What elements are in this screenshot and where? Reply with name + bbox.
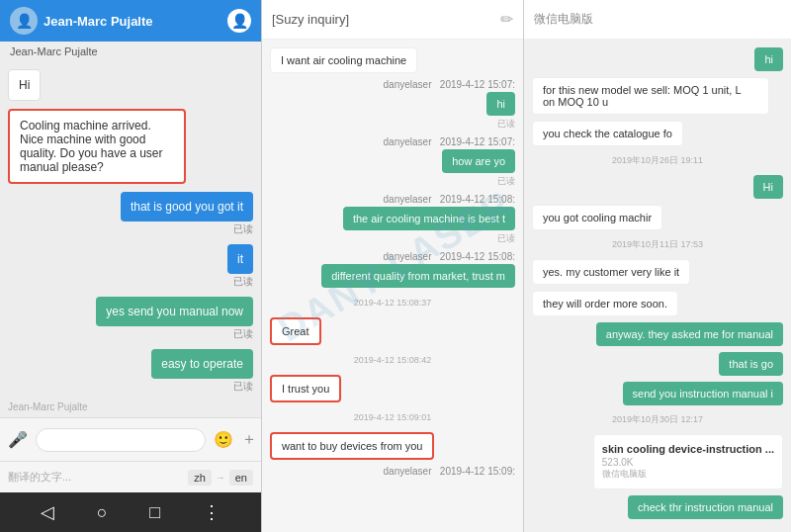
list-item: danyelaser 2019-4-12 15:08: the air cool… [270,194,515,245]
list-item: that is go [719,352,783,376]
middle-chat-area: I want air cooling machine danyelaser 20… [262,40,523,532]
profile-icon[interactable]: 👤 [227,9,251,33]
list-item: easy to operate [151,349,253,379]
read-status: 已读 [233,222,253,236]
message-bubble: the air cooling machine is best t [343,207,515,230]
list-item: it [227,244,253,274]
message-bubble: how are yo [442,149,515,173]
right-header-title: 微信电脑版 [534,11,593,28]
nav-bar: ◁ ○ □ ⋮ [0,492,261,532]
message-bubble: different quality from market, trust m [321,264,515,288]
message-input[interactable] [36,428,206,452]
square-icon[interactable]: □ [149,502,160,523]
suzy-inquiry-label: [Suzy inquiry] [272,12,349,27]
list-item: Hi [753,175,783,199]
edit-icon[interactable]: ✏ [500,10,513,29]
middle-header: [Suzy inquiry] ✏ [262,0,523,40]
left-input-bar: 🎤 🙂 ＋ [0,417,261,461]
read-label: 已读 [497,118,515,131]
right-chat-area: hi for this new model we sell: MOQ 1 uni… [524,40,791,532]
list-item: yes. my customer very like it [532,259,690,285]
timestamp-label: 2019-4-12 15:08:37 [270,298,515,308]
left-contact-title: Jean-Marc Pujalte [44,14,153,29]
list-item: send you instruction manual i [623,382,783,405]
left-header: 👤 Jean-Marc Pujalte 👤 [0,0,261,42]
timestamp-label: 2019年10月30日 12:17 [532,413,783,426]
emoji-icon[interactable]: 🙂 [214,430,233,449]
list-item: for this new model we sell: MOQ 1 unit, … [532,77,769,115]
list-item: danyelaser 2019-4-12 15:07: hi 已读 [270,79,515,131]
timestamp-label: 2019年10月11日 17:53 [532,238,783,251]
read-status: 已读 [233,380,253,394]
back-icon[interactable]: ◁ [41,501,54,523]
mic-icon[interactable]: 🎤 [8,430,28,449]
file-name: skin cooling device-instruction ... [602,443,774,455]
add-icon[interactable]: ＋ [241,429,257,450]
sender-label: danyelaser 2019-4-12 15:08: [384,251,515,262]
sender-label: danyelaser 2019-4-12 15:07: [384,79,515,90]
list-item: I want air cooling machine [270,47,417,73]
read-label: 已读 [497,175,515,188]
list-item: want to buy devices from you [270,432,434,460]
list-item: they will order more soon. [532,291,678,316]
left-chat-area: Hi Cooling machine arrived.Nice machine … [0,61,261,417]
menu-icon[interactable]: ⋮ [203,501,220,523]
read-status: 已读 [233,275,253,289]
list-item: I trust you [270,375,341,402]
contact-name-label: Jean-Marc Pujalte [0,42,261,61]
read-status: 已读 [233,327,253,341]
list-item: check thr instruction manual [628,495,783,519]
list-item: Cooling machine arrived.Nice machine wit… [8,109,186,184]
sender-label: danyelaser 2019-4-12 15:09: [384,466,515,477]
list-item: Great [270,317,321,345]
left-chat-panel: 👤 Jean-Marc Pujalte 👤 Jean-Marc Pujalte … [0,0,262,532]
file-source: 微信电脑版 [602,468,774,481]
sender-label: danyelaser 2019-4-12 15:07: [384,136,515,147]
list-item: Hi [8,69,41,101]
right-chat-panel: 微信电脑版 hi for this new model we sell: MOQ… [524,0,791,532]
message-bubble: hi [486,92,515,116]
translate-to[interactable]: en [229,470,253,486]
file-attachment[interactable]: skin cooling device-instruction ... 523.… [593,434,783,489]
file-size: 523.0K [602,457,774,468]
list-item: danyelaser 2019-4-12 15:07: how are yo 已… [270,136,515,188]
list-item: that is good you got it [121,192,253,222]
translate-bar: 翻译的文字... zh → en [0,461,261,492]
list-item: danyelaser 2019-4-12 15:09: [270,466,515,477]
list-item: anyway. they asked me for manual [596,322,783,346]
list-item: you check the catalogue fo [532,121,683,146]
translate-placeholder: 翻译的文字... [8,470,71,485]
list-item: yes send you manual now [96,297,253,326]
timestamp-label: 2019-4-12 15:09:01 [270,412,515,422]
home-icon[interactable]: ○ [97,502,108,523]
list-item: hi [754,47,783,71]
timestamp-label: 2019-4-12 15:08:42 [270,355,515,365]
sender-label: danyelaser 2019-4-12 15:08: [384,194,515,205]
list-item: danyelaser 2019-4-12 15:08: different qu… [270,251,515,288]
read-label: 已读 [497,232,515,245]
right-header: 微信电脑版 [524,0,791,40]
list-item: you got cooling machir [532,205,662,230]
typing-indicator: Jean-Marc Pujalte [8,401,253,412]
middle-chat-panel: [Suzy inquiry] ✏ I want air cooling mach… [262,0,524,532]
translate-from[interactable]: zh [188,470,212,486]
timestamp-label: 2019年10月26日 19:11 [532,154,783,167]
